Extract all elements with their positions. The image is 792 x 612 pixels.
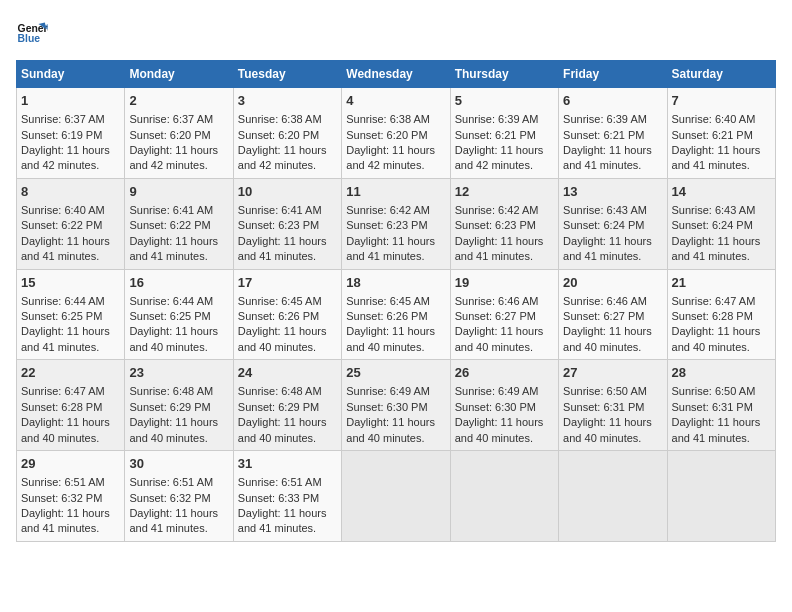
sunrise-label: Sunrise: 6:50 AM xyxy=(563,385,647,397)
sunrise-label: Sunrise: 6:47 AM xyxy=(21,385,105,397)
sunset-label: Sunset: 6:25 PM xyxy=(21,310,102,322)
day-number: 22 xyxy=(21,364,120,382)
sunrise-label: Sunrise: 6:49 AM xyxy=(455,385,539,397)
calendar-body: 1Sunrise: 6:37 AMSunset: 6:19 PMDaylight… xyxy=(17,88,776,542)
calendar-cell: 10Sunrise: 6:41 AMSunset: 6:23 PMDayligh… xyxy=(233,178,341,269)
daylight-label: Daylight: 11 hours and 40 minutes. xyxy=(129,416,218,443)
calendar-day-header: Wednesday xyxy=(342,61,450,88)
sunrise-label: Sunrise: 6:38 AM xyxy=(238,113,322,125)
sunset-label: Sunset: 6:22 PM xyxy=(129,219,210,231)
calendar-week-row: 22Sunrise: 6:47 AMSunset: 6:28 PMDayligh… xyxy=(17,360,776,451)
sunset-label: Sunset: 6:32 PM xyxy=(129,492,210,504)
sunrise-label: Sunrise: 6:37 AM xyxy=(129,113,213,125)
page-header: General Blue xyxy=(16,16,776,48)
sunrise-label: Sunrise: 6:51 AM xyxy=(238,476,322,488)
day-number: 9 xyxy=(129,183,228,201)
calendar-cell xyxy=(559,451,667,542)
day-number: 5 xyxy=(455,92,554,110)
calendar-day-header: Thursday xyxy=(450,61,558,88)
calendar-day-header: Tuesday xyxy=(233,61,341,88)
daylight-label: Daylight: 11 hours and 42 minutes. xyxy=(346,144,435,171)
day-number: 18 xyxy=(346,274,445,292)
calendar-week-row: 1Sunrise: 6:37 AMSunset: 6:19 PMDaylight… xyxy=(17,88,776,179)
sunrise-label: Sunrise: 6:39 AM xyxy=(563,113,647,125)
calendar-cell: 28Sunrise: 6:50 AMSunset: 6:31 PMDayligh… xyxy=(667,360,775,451)
daylight-label: Daylight: 11 hours and 40 minutes. xyxy=(21,416,110,443)
day-number: 11 xyxy=(346,183,445,201)
sunrise-label: Sunrise: 6:44 AM xyxy=(21,295,105,307)
calendar-cell: 19Sunrise: 6:46 AMSunset: 6:27 PMDayligh… xyxy=(450,269,558,360)
calendar-cell: 13Sunrise: 6:43 AMSunset: 6:24 PMDayligh… xyxy=(559,178,667,269)
daylight-label: Daylight: 11 hours and 40 minutes. xyxy=(455,416,544,443)
day-number: 27 xyxy=(563,364,662,382)
daylight-label: Daylight: 11 hours and 41 minutes. xyxy=(238,235,327,262)
sunset-label: Sunset: 6:24 PM xyxy=(563,219,644,231)
day-number: 1 xyxy=(21,92,120,110)
sunrise-label: Sunrise: 6:48 AM xyxy=(238,385,322,397)
calendar-day-header: Sunday xyxy=(17,61,125,88)
calendar-cell xyxy=(450,451,558,542)
calendar-day-header: Friday xyxy=(559,61,667,88)
sunset-label: Sunset: 6:31 PM xyxy=(672,401,753,413)
calendar-week-row: 8Sunrise: 6:40 AMSunset: 6:22 PMDaylight… xyxy=(17,178,776,269)
calendar-cell: 27Sunrise: 6:50 AMSunset: 6:31 PMDayligh… xyxy=(559,360,667,451)
calendar-cell: 18Sunrise: 6:45 AMSunset: 6:26 PMDayligh… xyxy=(342,269,450,360)
sunset-label: Sunset: 6:29 PM xyxy=(129,401,210,413)
sunrise-label: Sunrise: 6:43 AM xyxy=(563,204,647,216)
sunrise-label: Sunrise: 6:46 AM xyxy=(455,295,539,307)
day-number: 20 xyxy=(563,274,662,292)
daylight-label: Daylight: 11 hours and 40 minutes. xyxy=(563,416,652,443)
sunrise-label: Sunrise: 6:37 AM xyxy=(21,113,105,125)
sunset-label: Sunset: 6:30 PM xyxy=(346,401,427,413)
daylight-label: Daylight: 11 hours and 41 minutes. xyxy=(21,507,110,534)
daylight-label: Daylight: 11 hours and 41 minutes. xyxy=(672,416,761,443)
daylight-label: Daylight: 11 hours and 41 minutes. xyxy=(21,235,110,262)
calendar-cell: 7Sunrise: 6:40 AMSunset: 6:21 PMDaylight… xyxy=(667,88,775,179)
calendar-cell xyxy=(667,451,775,542)
sunset-label: Sunset: 6:21 PM xyxy=(563,129,644,141)
day-number: 2 xyxy=(129,92,228,110)
sunrise-label: Sunrise: 6:43 AM xyxy=(672,204,756,216)
calendar-cell: 2Sunrise: 6:37 AMSunset: 6:20 PMDaylight… xyxy=(125,88,233,179)
sunset-label: Sunset: 6:27 PM xyxy=(563,310,644,322)
daylight-label: Daylight: 11 hours and 41 minutes. xyxy=(455,235,544,262)
day-number: 4 xyxy=(346,92,445,110)
calendar-cell xyxy=(342,451,450,542)
day-number: 30 xyxy=(129,455,228,473)
sunset-label: Sunset: 6:33 PM xyxy=(238,492,319,504)
calendar-cell: 29Sunrise: 6:51 AMSunset: 6:32 PMDayligh… xyxy=(17,451,125,542)
day-number: 10 xyxy=(238,183,337,201)
calendar-cell: 23Sunrise: 6:48 AMSunset: 6:29 PMDayligh… xyxy=(125,360,233,451)
sunset-label: Sunset: 6:20 PM xyxy=(346,129,427,141)
daylight-label: Daylight: 11 hours and 40 minutes. xyxy=(238,325,327,352)
day-number: 17 xyxy=(238,274,337,292)
sunset-label: Sunset: 6:26 PM xyxy=(238,310,319,322)
sunrise-label: Sunrise: 6:38 AM xyxy=(346,113,430,125)
daylight-label: Daylight: 11 hours and 42 minutes. xyxy=(129,144,218,171)
calendar-cell: 25Sunrise: 6:49 AMSunset: 6:30 PMDayligh… xyxy=(342,360,450,451)
sunset-label: Sunset: 6:20 PM xyxy=(238,129,319,141)
sunrise-label: Sunrise: 6:47 AM xyxy=(672,295,756,307)
sunrise-label: Sunrise: 6:45 AM xyxy=(238,295,322,307)
daylight-label: Daylight: 11 hours and 41 minutes. xyxy=(129,507,218,534)
sunset-label: Sunset: 6:29 PM xyxy=(238,401,319,413)
calendar-cell: 5Sunrise: 6:39 AMSunset: 6:21 PMDaylight… xyxy=(450,88,558,179)
sunset-label: Sunset: 6:31 PM xyxy=(563,401,644,413)
day-number: 28 xyxy=(672,364,771,382)
calendar-table: SundayMondayTuesdayWednesdayThursdayFrid… xyxy=(16,60,776,542)
day-number: 6 xyxy=(563,92,662,110)
logo: General Blue xyxy=(16,16,48,48)
day-number: 13 xyxy=(563,183,662,201)
sunrise-label: Sunrise: 6:50 AM xyxy=(672,385,756,397)
calendar-cell: 21Sunrise: 6:47 AMSunset: 6:28 PMDayligh… xyxy=(667,269,775,360)
sunset-label: Sunset: 6:30 PM xyxy=(455,401,536,413)
daylight-label: Daylight: 11 hours and 40 minutes. xyxy=(346,325,435,352)
calendar-cell: 14Sunrise: 6:43 AMSunset: 6:24 PMDayligh… xyxy=(667,178,775,269)
sunrise-label: Sunrise: 6:51 AM xyxy=(129,476,213,488)
sunset-label: Sunset: 6:23 PM xyxy=(238,219,319,231)
calendar-cell: 17Sunrise: 6:45 AMSunset: 6:26 PMDayligh… xyxy=(233,269,341,360)
calendar-cell: 16Sunrise: 6:44 AMSunset: 6:25 PMDayligh… xyxy=(125,269,233,360)
calendar-cell: 12Sunrise: 6:42 AMSunset: 6:23 PMDayligh… xyxy=(450,178,558,269)
sunset-label: Sunset: 6:23 PM xyxy=(455,219,536,231)
day-number: 16 xyxy=(129,274,228,292)
